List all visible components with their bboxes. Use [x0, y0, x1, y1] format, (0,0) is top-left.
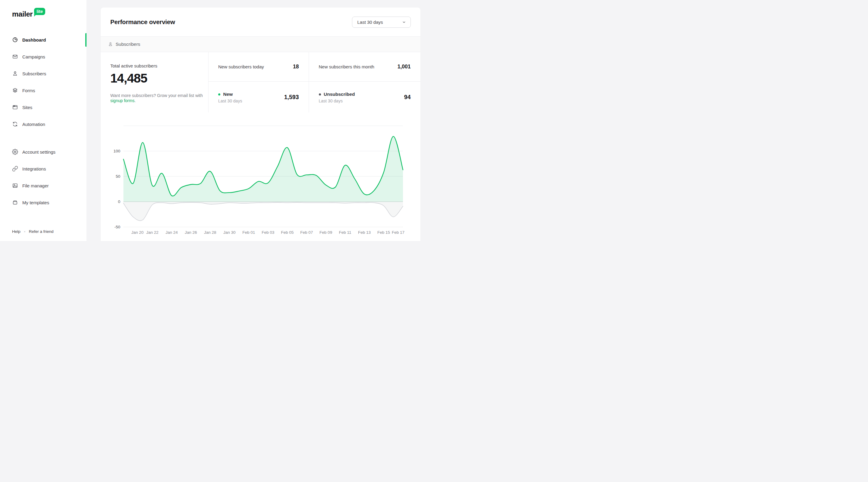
- new-series-label: New: [223, 92, 233, 97]
- sidebar-item-label: File manager: [22, 183, 49, 188]
- sidebar-item-integrations[interactable]: Integrations: [0, 160, 87, 177]
- x-axis-label-feb-07: Feb 07: [300, 230, 313, 235]
- help-link[interactable]: Help: [12, 229, 21, 234]
- settings-icon: [12, 149, 18, 155]
- new-today-cell: New subscribers today 18: [208, 52, 309, 82]
- total-subscribers-label: Total active subscribers: [110, 63, 198, 68]
- unsubscribed-30d-value: 94: [404, 93, 411, 100]
- refer-a-friend-link[interactable]: Refer a friend: [29, 229, 54, 234]
- unsubscribed-series-area: [123, 201, 403, 221]
- sidebar-item-dashboard[interactable]: Dashboard: [0, 31, 87, 48]
- x-axis-label-feb-09: Feb 09: [319, 230, 332, 235]
- sidebar-item-label: Dashboard: [22, 37, 46, 42]
- automation-icon: [12, 121, 18, 127]
- unsubscribed-series-label: Unsubscribed: [324, 92, 355, 97]
- sidebar-item-sites[interactable]: Sites: [0, 99, 87, 116]
- new-30d-cell: New Last 30 days 1,593: [208, 81, 309, 113]
- sidebar-item-forms[interactable]: Forms: [0, 82, 87, 99]
- footer-dot-separator: [24, 231, 25, 232]
- sidebar-item-file-manager[interactable]: File manager: [0, 177, 87, 194]
- sidebar-item-account-settings[interactable]: Account settings: [0, 143, 87, 160]
- unsubscribed-series-dot: [319, 93, 321, 96]
- x-axis-label-jan-30: Jan 30: [223, 230, 236, 235]
- date-range-dropdown[interactable]: Last 30 days: [352, 17, 411, 28]
- card-header: Performance overview Last 30 days: [101, 7, 421, 37]
- x-axis-label-jan-24: Jan 24: [165, 230, 178, 235]
- x-axis-label-feb-13: Feb 13: [358, 230, 371, 235]
- person-icon: [108, 41, 113, 47]
- new-series-area: [123, 136, 403, 201]
- sidebar-item-label: Integrations: [22, 166, 46, 171]
- subscribers-icon: [12, 70, 18, 76]
- sidebar-nav-primary: DashboardCampaignsSubscribersFormsSitesA…: [0, 31, 87, 133]
- new-today-label: New subscribers today: [218, 64, 264, 69]
- performance-card: Performance overview Last 30 days Subscr…: [101, 7, 421, 241]
- page-title: Performance overview: [110, 19, 175, 26]
- new-today-value: 18: [293, 64, 299, 70]
- new-month-label: New subscribers this month: [319, 64, 374, 69]
- sidebar-item-campaigns[interactable]: Campaigns: [0, 48, 87, 65]
- stats-grid: Total active subscribers 14,485 Want mor…: [101, 52, 421, 113]
- mailerlite-logo[interactable]: mailer lite: [12, 8, 45, 19]
- sidebar-item-label: Account settings: [22, 150, 56, 155]
- sidebar-item-my-templates[interactable]: My templates: [0, 194, 87, 211]
- x-axis-label-feb-05: Feb 05: [281, 230, 293, 235]
- x-axis-label-jan-20: Jan 20: [131, 230, 144, 235]
- new-30d-value: 1,593: [284, 93, 299, 100]
- sidebar-item-label: Forms: [22, 88, 35, 93]
- file-manager-icon: [12, 183, 18, 189]
- y-axis-label-100: 100: [113, 149, 120, 153]
- sidebar-nav-secondary: Account settingsIntegrationsFile manager…: [0, 143, 87, 211]
- area-chart-canvas: 100500-50Jan 20Jan 22Jan 24Jan 26Jan 28J…: [101, 113, 421, 241]
- chevron-down-icon: [402, 20, 406, 24]
- new-month-cell: New subscribers this month 1,001: [309, 52, 421, 82]
- signup-forms-link[interactable]: signup forms: [110, 98, 134, 103]
- forms-icon: [12, 87, 18, 93]
- sidebar-item-label: My templates: [22, 200, 49, 205]
- sidebar-item-automation[interactable]: Automation: [0, 116, 87, 133]
- x-axis-label-feb-01: Feb 01: [242, 230, 255, 235]
- y-axis-label--50: -50: [114, 225, 120, 229]
- date-range-value: Last 30 days: [358, 20, 383, 25]
- x-axis-label-feb-15: Feb 15: [377, 230, 390, 235]
- sidebar-footer: Help Refer a friend: [12, 229, 54, 234]
- total-subscribers-cell: Total active subscribers 14,485 Want mor…: [101, 52, 208, 113]
- new-series-dot: [218, 93, 220, 96]
- unsubscribed-series-sublabel: Last 30 days: [319, 98, 411, 103]
- subscribers-section-header: Subscribers: [101, 37, 421, 52]
- sidebar-item-subscribers[interactable]: Subscribers: [0, 65, 87, 82]
- new-month-value: 1,001: [398, 64, 411, 70]
- y-axis-label-50: 50: [116, 174, 120, 179]
- sidebar-item-label: Sites: [22, 105, 32, 110]
- unsubscribed-30d-cell: Unsubscribed Last 30 days 94: [309, 81, 421, 113]
- logo-badge: lite: [34, 8, 45, 15]
- section-title: Subscribers: [116, 41, 141, 47]
- x-axis-label-feb-11: Feb 11: [339, 230, 351, 235]
- x-axis-label-feb-17: Feb 17: [392, 230, 404, 235]
- campaigns-icon: [12, 54, 18, 60]
- subscribers-chart: 100500-50Jan 20Jan 22Jan 24Jan 26Jan 28J…: [101, 113, 421, 241]
- integrations-icon: [12, 166, 18, 172]
- dashboard-icon: [12, 37, 18, 43]
- y-axis-label-0: 0: [118, 199, 120, 204]
- grow-list-hint: Want more subscribers? Grow your email l…: [110, 93, 207, 104]
- active-indicator: [85, 33, 87, 47]
- sidebar-item-label: Subscribers: [22, 71, 46, 76]
- x-axis-label-jan-28: Jan 28: [204, 230, 216, 235]
- templates-icon: [12, 199, 18, 205]
- sidebar: mailer lite DashboardCampaignsSubscriber…: [0, 0, 87, 241]
- total-subscribers-value: 14,485: [110, 71, 198, 86]
- x-axis-label-jan-22: Jan 22: [146, 230, 158, 235]
- x-axis-label-feb-03: Feb 03: [261, 230, 274, 235]
- sites-icon: [12, 104, 18, 110]
- unsubscribed-series-line: [123, 202, 403, 221]
- sidebar-item-label: Automation: [22, 122, 45, 127]
- sidebar-item-label: Campaigns: [22, 54, 45, 59]
- logo-text: mailer: [12, 10, 33, 19]
- x-axis-label-jan-26: Jan 26: [185, 230, 197, 235]
